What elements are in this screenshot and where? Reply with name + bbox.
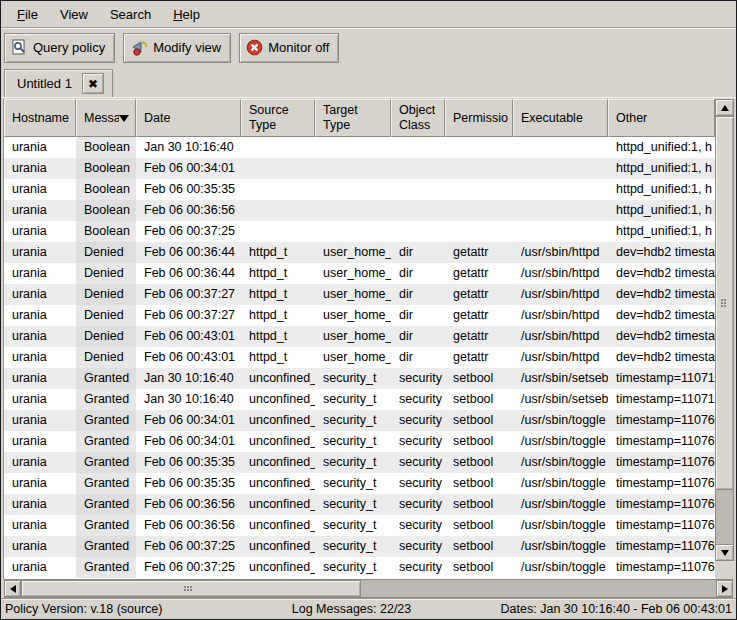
tab-close-button[interactable]: ✖ <box>82 73 104 94</box>
cell-source-type: httpd_t <box>241 326 315 347</box>
cell-hostname: urania <box>4 263 76 284</box>
cell-hostname: urania <box>4 410 76 431</box>
horizontal-scrollbar[interactable] <box>4 579 733 598</box>
menu-file[interactable]: File <box>7 3 48 26</box>
cell-executable: /usr/sbin/httpd <box>513 242 608 263</box>
arrow-down-icon <box>721 550 729 556</box>
table-row[interactable]: uraniaDeniedFeb 06 00:37:27httpd_tuser_h… <box>4 305 715 326</box>
cell-permission: getattr <box>445 305 513 326</box>
column-header-source-type[interactable]: SourceType <box>241 99 315 137</box>
cell-other: timestamp=11076 <box>608 410 715 431</box>
cell-object-class: dir <box>391 347 445 368</box>
column-header-message[interactable]: Messa <box>76 99 136 137</box>
cell-message: Denied <box>76 326 136 347</box>
menu-search[interactable]: Search <box>100 3 161 26</box>
scroll-left-button[interactable] <box>4 580 21 597</box>
menu-help[interactable]: Help <box>163 3 210 26</box>
cell-source-type: httpd_t <box>241 284 315 305</box>
column-header-object-class[interactable]: ObjectClass <box>391 99 445 137</box>
cell-object-class: security <box>391 410 445 431</box>
scroll-right-button[interactable] <box>716 580 733 597</box>
horizontal-scrollbar-thumb[interactable] <box>21 580 361 597</box>
table-row[interactable]: uraniaGrantedFeb 06 00:35:35unconfined_s… <box>4 452 715 473</box>
cell-hostname: urania <box>4 431 76 452</box>
cell-source-type <box>241 158 315 179</box>
table-row[interactable]: uraniaGrantedJan 30 10:16:40unconfined_s… <box>4 368 715 389</box>
cell-date: Feb 06 00:43:01 <box>136 347 241 368</box>
cell-executable <box>513 158 608 179</box>
table-row[interactable]: uraniaGrantedFeb 06 00:36:56unconfined_s… <box>4 494 715 515</box>
table-row[interactable]: uraniaBooleanJan 30 10:16:40httpd_unifie… <box>4 137 715 158</box>
tab-untitled-1[interactable]: Untitled 1 ✖ <box>4 69 113 97</box>
monitor-off-button[interactable]: Monitor off <box>239 33 339 63</box>
table-row[interactable]: uraniaGrantedFeb 06 00:34:01unconfined_s… <box>4 410 715 431</box>
cell-object-class: security <box>391 557 445 578</box>
cell-message: Denied <box>76 305 136 326</box>
cell-target-type <box>315 158 391 179</box>
table-row[interactable]: uraniaGrantedFeb 06 00:37:25unconfined_s… <box>4 536 715 557</box>
table-row[interactable]: uraniaDeniedFeb 06 00:36:44httpd_tuser_h… <box>4 263 715 284</box>
policy-version-status: Policy Version: v.18 (source) <box>5 602 273 616</box>
log-messages-status: Log Messages: 22/23 <box>273 602 430 616</box>
cell-other: timestamp=11071 <box>608 368 715 389</box>
cell-hostname: urania <box>4 389 76 410</box>
vertical-scrollbar-trough[interactable] <box>715 490 734 544</box>
cell-hostname: urania <box>4 137 76 158</box>
cell-object-class <box>391 137 445 158</box>
table-row[interactable]: uraniaBooleanFeb 06 00:36:56httpd_unifie… <box>4 200 715 221</box>
modify-view-label: Modify view <box>153 40 221 55</box>
cell-permission: setbool <box>445 431 513 452</box>
column-header-target-type[interactable]: TargetType <box>315 99 391 137</box>
close-icon: ✖ <box>88 77 98 91</box>
cell-hostname: urania <box>4 536 76 557</box>
cell-target-type <box>315 221 391 242</box>
table-body: uraniaBooleanJan 30 10:16:40httpd_unifie… <box>4 137 715 579</box>
column-header-permission[interactable]: Permission <box>445 99 513 137</box>
column-header-hostname[interactable]: Hostname <box>4 99 76 137</box>
horizontal-scrollbar-trough[interactable] <box>361 580 716 597</box>
cell-date: Feb 06 00:34:01 <box>136 158 241 179</box>
table-row[interactable]: uraniaGrantedFeb 06 00:36:56unconfined_s… <box>4 515 715 536</box>
cell-hostname: urania <box>4 242 76 263</box>
scroll-up-button[interactable] <box>715 99 734 116</box>
cell-executable: /usr/sbin/toggle <box>513 452 608 473</box>
cell-permission <box>445 179 513 200</box>
column-header-date[interactable]: Date <box>136 99 241 137</box>
column-header-other[interactable]: Other <box>608 99 715 137</box>
modify-view-button[interactable]: Modify view <box>123 33 231 63</box>
thumb-grip-icon <box>721 299 723 301</box>
table-row[interactable]: uraniaDeniedFeb 06 00:43:01httpd_tuser_h… <box>4 347 715 368</box>
monitor-off-label: Monitor off <box>268 40 329 55</box>
menu-view[interactable]: View <box>50 3 98 26</box>
cell-object-class <box>391 200 445 221</box>
table-row[interactable]: uraniaGrantedFeb 06 00:34:01unconfined_s… <box>4 431 715 452</box>
table-row[interactable]: uraniaDeniedFeb 06 00:43:01httpd_tuser_h… <box>4 326 715 347</box>
table-row[interactable]: uraniaGrantedFeb 06 00:35:35unconfined_s… <box>4 473 715 494</box>
cell-executable <box>513 200 608 221</box>
table-row[interactable]: uraniaGrantedJan 30 10:16:40unconfined_s… <box>4 389 715 410</box>
cell-permission: setbool <box>445 410 513 431</box>
cell-message: Boolean <box>76 137 136 158</box>
table-row[interactable]: uraniaDeniedFeb 06 00:36:44httpd_tuser_h… <box>4 242 715 263</box>
cell-date: Feb 06 00:36:56 <box>136 200 241 221</box>
cell-date: Feb 06 00:37:25 <box>136 557 241 578</box>
cell-other: dev=hdb2 timesta <box>608 347 715 368</box>
status-bar: Policy Version: v.18 (source) Log Messag… <box>1 598 736 619</box>
vertical-scrollbar-thumb[interactable] <box>715 116 734 490</box>
table-row[interactable]: uraniaBooleanFeb 06 00:34:01httpd_unifie… <box>4 158 715 179</box>
table-row[interactable]: uraniaDeniedFeb 06 00:37:27httpd_tuser_h… <box>4 284 715 305</box>
cell-date: Feb 06 00:35:35 <box>136 179 241 200</box>
table-row[interactable]: uraniaBooleanFeb 06 00:35:35httpd_unifie… <box>4 179 715 200</box>
cell-source-type <box>241 200 315 221</box>
cell-target-type <box>315 200 391 221</box>
table-row[interactable]: uraniaBooleanFeb 06 00:37:25httpd_unifie… <box>4 221 715 242</box>
cell-source-type: unconfined_ <box>241 389 315 410</box>
table-row[interactable]: uraniaGrantedFeb 06 00:37:25unconfined_s… <box>4 557 715 578</box>
vertical-scrollbar[interactable] <box>715 99 734 579</box>
arrow-up-icon <box>721 105 729 111</box>
cell-permission: setbool <box>445 557 513 578</box>
scroll-down-button[interactable] <box>715 544 734 561</box>
cell-source-type <box>241 221 315 242</box>
column-header-executable[interactable]: Executable <box>513 99 608 137</box>
query-policy-button[interactable]: Query policy <box>4 33 115 63</box>
